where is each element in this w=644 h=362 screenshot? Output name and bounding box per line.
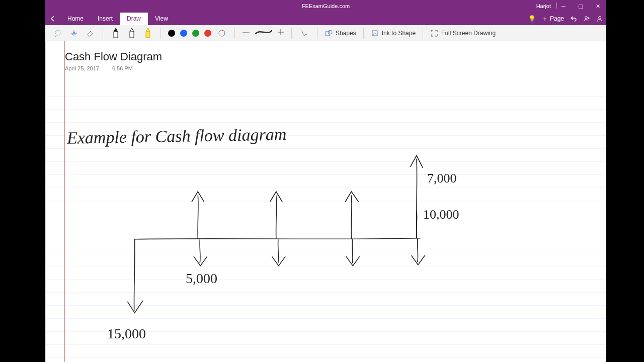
label-10000: 10,000 — [423, 207, 459, 222]
shapes-button[interactable]: Shapes — [325, 29, 356, 37]
color-blue[interactable] — [180, 30, 187, 37]
maximize-button[interactable]: ▢ — [572, 0, 589, 12]
svg-point-7 — [328, 30, 332, 34]
fullscreen-label: Full Screen Drawing — [441, 30, 496, 37]
svg-point-1 — [599, 17, 601, 19]
tell-me-icon[interactable]: 💡 — [528, 15, 536, 22]
ink-to-shape-label: Ink to Shape — [382, 30, 416, 37]
page-meta: April 25, 2017 6:56 PM — [65, 65, 133, 71]
handwriting-heading: Example for Cash flow diagram — [67, 125, 287, 148]
ribbon-tabs: Home Insert Draw View 💡 ＋ Page — [45, 12, 606, 25]
tab-insert[interactable]: Insert — [91, 13, 120, 25]
ribbon-right-controls: 💡 ＋ Page — [528, 12, 603, 25]
account-icon[interactable] — [596, 15, 603, 22]
tab-home[interactable]: Home — [60, 13, 91, 25]
svg-rect-8 — [372, 31, 377, 36]
svg-point-2 — [55, 30, 60, 35]
ink-to-math-icon[interactable] — [299, 27, 310, 39]
tab-draw[interactable]: Draw — [120, 13, 148, 25]
back-button[interactable] — [45, 12, 60, 25]
fullscreen-icon — [430, 29, 438, 37]
color-green[interactable] — [192, 30, 199, 37]
color-red[interactable] — [204, 30, 211, 37]
user-name[interactable]: Harjot — [536, 3, 551, 9]
title-bar: FEExamGuide.com Harjot ─ ▢ ✕ — [45, 0, 606, 12]
add-page-label: Page — [550, 15, 564, 22]
person-icon — [596, 15, 603, 22]
stroke-preview-icon[interactable] — [255, 29, 272, 37]
eraser-icon[interactable] — [85, 27, 96, 39]
page-title[interactable]: Cash Flow Diagram — [65, 50, 162, 63]
color-black[interactable] — [168, 30, 175, 37]
svg-point-0 — [585, 17, 588, 19]
person-plus-icon — [583, 15, 590, 22]
page-canvas[interactable]: Cash Flow Diagram April 25, 2017 6:56 PM… — [45, 41, 606, 362]
shapes-icon — [325, 29, 333, 37]
pen-black[interactable] — [110, 27, 121, 39]
ink-to-shape-button[interactable]: Ink to Shape — [371, 29, 416, 37]
undo-icon — [570, 15, 577, 22]
chevron-left-icon — [49, 15, 56, 22]
minimize-button[interactable]: ─ — [555, 0, 572, 12]
label-15000: 15,000 — [107, 326, 146, 342]
lasso-select-icon[interactable] — [52, 27, 63, 39]
pen-outline[interactable] — [126, 27, 137, 39]
panning-hand-icon[interactable] — [68, 27, 79, 39]
thin-stroke-icon[interactable] — [242, 29, 250, 37]
tab-view[interactable]: View — [148, 13, 175, 25]
highlighter[interactable] — [142, 27, 153, 39]
thick-stroke-icon[interactable] — [277, 29, 284, 37]
margin-line — [64, 41, 65, 362]
add-page-button[interactable]: ＋ Page — [542, 15, 564, 23]
page-time: 6:56 PM — [112, 65, 133, 71]
shapes-label: Shapes — [336, 30, 356, 37]
ink-to-shape-icon — [371, 29, 379, 37]
label-5000: 5,000 — [186, 270, 217, 287]
undo-button[interactable] — [570, 15, 577, 22]
page-date: April 25, 2017 — [65, 65, 99, 71]
label-7000: 7,000 — [427, 171, 457, 186]
close-button[interactable]: ✕ — [589, 0, 606, 12]
window-title: FEExamGuide.com — [45, 3, 606, 9]
app-window: FEExamGuide.com Harjot ─ ▢ ✕ Home Insert… — [45, 0, 606, 362]
color-picker-icon[interactable] — [216, 27, 227, 39]
draw-toolbar: Shapes Ink to Shape Full Screen Drawing — [45, 25, 606, 41]
fullscreen-drawing-button[interactable]: Full Screen Drawing — [430, 29, 496, 37]
share-people-icon[interactable] — [583, 15, 590, 22]
